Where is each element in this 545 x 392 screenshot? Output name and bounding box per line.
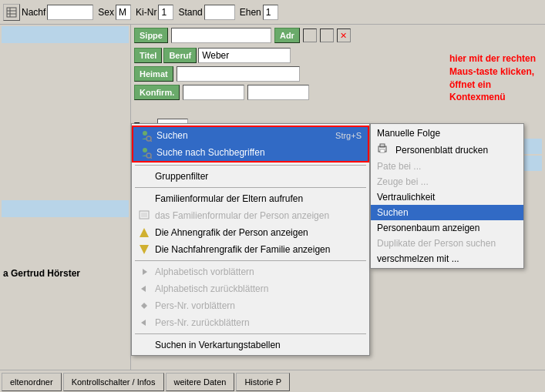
kinr-label: Ki-Nr — [136, 7, 156, 18]
sub-label-verschmelzen: verschmelzen mit ... — [377, 253, 459, 264]
adr-button[interactable]: Adr — [274, 28, 300, 43]
checkbox1[interactable] — [303, 28, 317, 42]
sub-label-manuelle-folge: Manuelle Folge — [377, 128, 440, 139]
checkbox2[interactable] — [320, 28, 334, 42]
menu-item-ahnengrafik[interactable]: Die Ahnengrafik der Person anzeigen — [132, 224, 369, 241]
menu-label-familienformular: Familienformular der Eltern aufrufen — [155, 193, 303, 204]
sub-label-pate: Pate bei ... — [377, 161, 421, 172]
ehen-label: Ehen — [240, 7, 261, 18]
heimat-input[interactable] — [177, 66, 300, 82]
nachf-label: Nachf — [22, 7, 45, 18]
sub-menu-verschmelzen[interactable]: verschmelzen mit ... — [371, 251, 523, 266]
tab-weitere-daten[interactable]: weitere Daten — [166, 373, 235, 391]
persnr-vor-icon — [138, 300, 150, 312]
titel-button[interactable]: Titel — [134, 48, 162, 63]
menu-item-suchen[interactable]: Suchen Strg+S — [133, 127, 368, 144]
svg-marker-13 — [141, 286, 146, 292]
print-icon — [377, 143, 388, 156]
heimat-button[interactable]: Heimat — [134, 66, 173, 82]
konfirm-input[interactable] — [183, 85, 244, 100]
menu-label-suchen-verkartung: Suchen in Verkartungstabellen — [155, 340, 281, 350]
bottom-tabs: eltenordner Kontrollschalter / Infos wei… — [0, 370, 545, 392]
kinr-input[interactable] — [158, 5, 173, 20]
menu-item-suchen-verkartung[interactable]: Suchen in Verkartungstabellen — [132, 337, 369, 353]
sub-menu-pate: Pate bei ... — [371, 159, 523, 174]
beruf-button[interactable]: Beruf — [163, 48, 197, 63]
sex-input[interactable] — [116, 5, 131, 20]
sex-label: Sex — [98, 7, 114, 18]
menu-label-suche-nach: Suche nach Suchbegriffen — [156, 147, 265, 158]
menu-label-familienformular-person: das Familienformular der Person anzeigen — [155, 210, 329, 221]
alpha-vor-icon — [138, 266, 150, 278]
close-btn[interactable]: ✕ — [337, 28, 351, 42]
left-blue-row — [2, 26, 129, 43]
separator2 — [135, 187, 366, 188]
sub-menu-zeuge: Zeuge bei ... — [371, 174, 523, 189]
svg-marker-15 — [141, 320, 146, 326]
separator3 — [135, 260, 366, 261]
menu-label-suchen: Suchen — [156, 130, 188, 141]
nachfahrengrafik-icon — [138, 243, 150, 256]
menu-label-nachfahrengrafik: Die Nachfahrengrafik der Familie anzeige… — [155, 244, 330, 255]
sub-menu-personenbaum[interactable]: Personenbaum anzeigen — [371, 220, 523, 236]
familienformular-person-icon — [138, 209, 150, 222]
tab-kontrollschalter[interactable]: Kontrollschalter / Infos — [63, 373, 164, 391]
svg-line-6 — [150, 140, 152, 142]
familienformular-icon — [138, 193, 150, 205]
svg-marker-14 — [141, 303, 147, 309]
tab-elternordner[interactable]: eltenordner — [2, 373, 62, 391]
konfirm-input2[interactable] — [247, 85, 309, 100]
sub-menu-vertraulichkeit[interactable]: Vertraulichkeit — [371, 189, 523, 205]
sub-menu-suchen[interactable]: Suchen — [371, 205, 523, 220]
menu-item-persnr-vor: Pers-Nr. vorblättern — [132, 297, 369, 314]
left-blue-row2 — [2, 200, 129, 217]
top-bar: Nachf Sex Ki-Nr Stand Ehen — [0, 0, 545, 25]
sippe-button[interactable]: Sippe — [134, 28, 168, 43]
sub-menu-personenblatt[interactable]: Personenblatt drucken — [371, 141, 523, 159]
menu-label-persnr-zurueck: Pers-Nr. zurückblättern — [155, 317, 250, 328]
alpha-zurueck-icon — [138, 283, 150, 295]
sub-label-suchen: Suchen — [377, 207, 409, 218]
table-icon[interactable] — [3, 4, 20, 21]
menu-label-alpha-zurueck: Alphabetisch zurückblättern — [155, 283, 268, 294]
sub-context-menu: Manuelle Folge Personenblatt drucken Pat… — [370, 123, 524, 269]
gruppenfilter-icon — [138, 170, 150, 183]
persnr-zurueck-icon — [138, 317, 150, 329]
svg-rect-18 — [380, 149, 385, 152]
suche-nach-icon — [140, 146, 152, 159]
sub-menu-duplikate: Duplikate der Person suchen — [371, 236, 523, 251]
menu-label-gruppenfilter: Gruppenfilter — [155, 171, 208, 182]
annotation-text: hier mit der rechten Maus-taste klicken,… — [449, 52, 542, 104]
svg-line-9 — [150, 157, 152, 159]
svg-point-4 — [143, 131, 147, 136]
stand-label: Stand — [178, 7, 202, 18]
menu-label-alpha-vor: Alphabetisch vorblättern — [155, 266, 254, 277]
beruf-value: Weber — [198, 48, 291, 63]
sippe-input[interactable] — [171, 28, 271, 43]
menu-label-persnr-vor: Pers-Nr. vorblättern — [155, 300, 235, 311]
sub-label-duplikate: Duplikate der Person suchen — [377, 238, 496, 249]
ehen-input[interactable] — [263, 5, 278, 20]
sub-menu-manuelle-folge[interactable]: Manuelle Folge — [371, 126, 523, 141]
konfirm-button[interactable]: Konfirm. — [134, 85, 180, 100]
sub-label-personenbaum: Personenbaum anzeigen — [377, 223, 479, 233]
menu-item-suche-nach[interactable]: Suche nach Suchbegriffen — [133, 144, 368, 161]
tab-historie[interactable]: Historie P — [236, 373, 290, 391]
menu-item-alpha-vor: Alphabetisch vorblättern — [132, 263, 369, 280]
stand-input[interactable] — [204, 5, 235, 20]
suchen-icon — [140, 129, 152, 142]
menu-item-nachfahrengrafik[interactable]: Die Nachfahrengrafik der Familie anzeige… — [132, 241, 369, 258]
svg-rect-0 — [7, 8, 16, 17]
menu-item-alpha-zurueck: Alphabetisch zurückblättern — [132, 280, 369, 297]
menu-item-gruppenfilter[interactable]: Gruppenfilter — [132, 168, 369, 185]
nachf-input[interactable] — [47, 5, 93, 20]
context-menu: Suchen Strg+S Suche nach Suchbegriffen G… — [131, 123, 370, 356]
sub-label-personenblatt: Personenblatt drucken — [395, 145, 488, 156]
menu-item-familienformular-person: das Familienformular der Person anzeigen — [132, 207, 369, 224]
sub-label-zeuge: Zeuge bei ... — [377, 176, 429, 187]
svg-rect-11 — [141, 213, 147, 217]
menu-label-ahnengrafik: Die Ahnengrafik der Person anzeigen — [155, 227, 308, 238]
sub-label-vertraulichkeit: Vertraulichkeit — [377, 192, 435, 203]
menu-shortcut-suchen: Strg+S — [335, 131, 362, 140]
menu-item-familienformular[interactable]: Familienformular der Eltern aufrufen — [132, 190, 369, 207]
